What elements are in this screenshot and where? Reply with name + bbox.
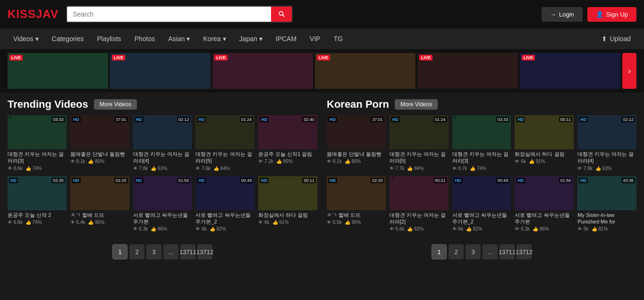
korean-more-button[interactable]: More Videos: [395, 99, 438, 110]
video-card[interactable]: HD 00:49 서로 빨려고 싸우는년들 주가본_2 👁 6k 👍 82%: [195, 176, 254, 233]
view-count: 👁 6.5k: [327, 220, 342, 225]
page-button[interactable]: 13712: [197, 244, 212, 259]
hd-badge: HD: [135, 178, 144, 183]
banner-thumb-5[interactable]: LIVE: [417, 53, 518, 89]
sd-badge: [454, 117, 457, 118]
video-meta: 👁 8.1k 👍 80%: [327, 159, 386, 164]
video-card[interactable]: 00:21 대형견 키우는 여자는 걸러라[2] 👁 5.6k 👍 83%: [390, 176, 449, 233]
banner-thumb-2[interactable]: LIVE: [110, 53, 211, 89]
view-count: 👁 7.8k: [577, 166, 593, 171]
video-card[interactable]: HD 02:35 윤공주 오늘 신작 2 👁 6.8k 👍 74%: [8, 176, 67, 233]
login-button[interactable]: → Login: [542, 7, 583, 22]
nav-categories[interactable]: Categories: [46, 28, 90, 49]
hd-badge: HD: [9, 178, 18, 183]
video-thumb: HD 02:12: [577, 115, 636, 149]
banner-thumb-1[interactable]: LIVE: [8, 53, 108, 89]
nav: Videos ▾ Categories Playlists Photos Asi…: [0, 28, 644, 49]
video-info: 서로 빨려고 싸우는년들 주가본_2 👁 6k 👍 82%: [452, 210, 511, 233]
video-meta: 👁 6.3k 👍 86%: [515, 226, 574, 231]
video-card[interactable]: HD 01:50 서로 빨려고 싸우는년들 주가본 👁 6.3k 👍 86%: [515, 176, 574, 233]
video-card[interactable]: HD 01:24 대형견 키우는 여자는 걸러라[5] 👁 7.7k 👍 84%: [390, 115, 449, 172]
video-info: 윤공주 오늘 신작1 걸림 👁 7.2k 👍 85%: [258, 149, 317, 165]
duration-badge: 03:33: [496, 117, 510, 122]
video-title: 서로 빨려고 싸우는년들 주가본_2: [452, 212, 511, 225]
video-meta: 👁 7.6k 👍 84%: [195, 166, 254, 171]
nav-tg[interactable]: TG: [328, 28, 348, 49]
nav-asian[interactable]: Asian ▾: [162, 28, 195, 49]
video-thumb: HD 01:50: [133, 176, 192, 210]
nav-japan[interactable]: Japan ▾: [234, 28, 268, 49]
page-button[interactable]: 3: [146, 244, 161, 259]
duration-badge: 00:21: [433, 178, 447, 183]
nav-ipcam[interactable]: IPCAM: [270, 28, 302, 49]
video-info: 대형견 키우는 여자는 걸러라[4] 👁 7.8k 👍 63%: [133, 149, 192, 172]
trending-header: Trending Videos More Videos: [8, 98, 317, 111]
page-button[interactable]: ...: [163, 244, 178, 259]
hd-badge: HD: [260, 117, 269, 122]
video-title: 윤공주 오늘 신작 2: [8, 212, 67, 218]
nav-korea[interactable]: Korea ▾: [197, 28, 231, 49]
page-button[interactable]: 1: [432, 244, 447, 259]
banner-thumb-4[interactable]: LIVE: [315, 53, 415, 89]
video-thumb: HD 01:24: [390, 115, 449, 149]
video-card[interactable]: HD 43:36 My Sister-in-law Punished Me fo…: [577, 176, 636, 233]
video-card[interactable]: HD 37:01 몸매좋은 단발녀 돌림빵 👁 8.1k 👍 80%: [327, 115, 386, 172]
video-card[interactable]: HD 02:40 윤공주 오늘 신작1 걸림 👁 7.2k 👍 85%: [258, 115, 317, 172]
video-card[interactable]: HD 02:20 ㅈㄱ 할배 드뜨 👁 6.4k 👍 95%: [70, 176, 129, 233]
search-button[interactable]: [271, 7, 292, 22]
nav-photos[interactable]: Photos: [129, 28, 161, 49]
view-count: 👁 6.4k: [70, 220, 85, 225]
logo-kiss: KISS: [8, 8, 36, 20]
video-card[interactable]: HD 00:11 화장실에서 하다 걸림 👁 6k 👍 91%: [258, 176, 317, 233]
banner-thumb-3[interactable]: LIVE: [212, 53, 313, 89]
like-percent: 👍 82%: [466, 226, 483, 231]
video-card[interactable]: HD 02:20 ㅈㄱ 할배 드뜨 👁 6.5k 👍 95%: [327, 176, 386, 233]
page-button[interactable]: 13711: [500, 244, 515, 259]
page-button[interactable]: 2: [129, 244, 144, 259]
nav-playlists[interactable]: Playlists: [91, 28, 127, 49]
video-card[interactable]: HD 00:11 화장실에서 하다 걸림 👁 6k 👍 91%: [515, 115, 574, 172]
video-info: 서로 빨려고 싸우는년들 주가본_2 👁 6k 👍 82%: [195, 210, 254, 233]
hd-badge: HD: [328, 178, 337, 183]
page-button[interactable]: 3: [466, 244, 481, 259]
video-card[interactable]: HD 01:24 대형견 키우는 여자는 걸러라[5] 👁 7.6k 👍 84%: [195, 115, 254, 172]
duration-badge: 02:12: [177, 117, 191, 122]
page-button[interactable]: ...: [483, 244, 498, 259]
banner-next-button[interactable]: ›: [622, 53, 636, 89]
search-input[interactable]: [67, 7, 271, 22]
nav-vip[interactable]: VIP: [304, 28, 326, 49]
page-button[interactable]: 13712: [517, 244, 532, 259]
video-meta: 👁 8.7k 👍 74%: [452, 166, 511, 171]
search-bar: [66, 6, 293, 23]
trending-more-button[interactable]: More Videos: [94, 99, 137, 110]
video-card[interactable]: 03:33 대형견 키우는 여자는 걸러라[3] 👁 8.6k 👍 74%: [8, 115, 67, 172]
signup-button[interactable]: 👤 Sign Up: [587, 7, 636, 22]
video-card[interactable]: HD 02:12 대형견 키우는 여자는 걸러라[4] 👁 7.8k 👍 63%: [577, 115, 636, 172]
video-card[interactable]: 03:33 대형견 키우는 여자는 걸러라[3] 👁 8.7k 👍 74%: [452, 115, 511, 172]
video-card[interactable]: HD 00:49 서로 빨려고 싸우는년들 주가본_2 👁 6k 👍 82%: [452, 176, 511, 233]
search-icon: [278, 10, 285, 17]
like-percent: 👍 63%: [595, 166, 612, 171]
page-button[interactable]: 1: [112, 244, 127, 259]
view-count: 👁 6k: [258, 220, 269, 225]
logo[interactable]: KISSJAV: [8, 8, 59, 21]
nav-videos[interactable]: Videos ▾: [8, 28, 44, 49]
video-thumb: HD 00:49: [195, 176, 254, 210]
upload-button[interactable]: ⬆ Upload: [596, 28, 636, 49]
live-badge-3: LIVE: [214, 55, 228, 60]
sd-badge: [391, 178, 394, 179]
video-card[interactable]: HD 37:01 몸매좋은 단발녀 돌림빵 👁 8.1k 👍 80%: [70, 115, 129, 172]
banner-thumb-6[interactable]: LIVE: [520, 53, 620, 89]
video-card[interactable]: HD 01:50 서로 빨려고 싸우는년들 주가본 👁 6.3k 👍 86%: [133, 176, 192, 233]
video-meta: 👁 6k 👍 91%: [515, 159, 574, 164]
video-card[interactable]: HD 02:12 대형견 키우는 여자는 걸러라[4] 👁 7.8k 👍 63%: [133, 115, 192, 172]
video-thumb: HD 37:01: [327, 115, 386, 149]
page-button[interactable]: 13711: [180, 244, 195, 259]
view-count: 👁 7.8k: [133, 166, 148, 171]
video-info: 서로 빨려고 싸우는년들 주가본 👁 6.3k 👍 86%: [515, 210, 574, 233]
main-content: Trending Videos More Videos 03:33 대형견 키우…: [0, 93, 644, 239]
hd-badge: HD: [260, 178, 269, 183]
page-button[interactable]: 2: [449, 244, 464, 259]
trending-pagination: 123...1371113712: [8, 239, 317, 265]
view-count: 👁 8.1k: [70, 159, 85, 164]
